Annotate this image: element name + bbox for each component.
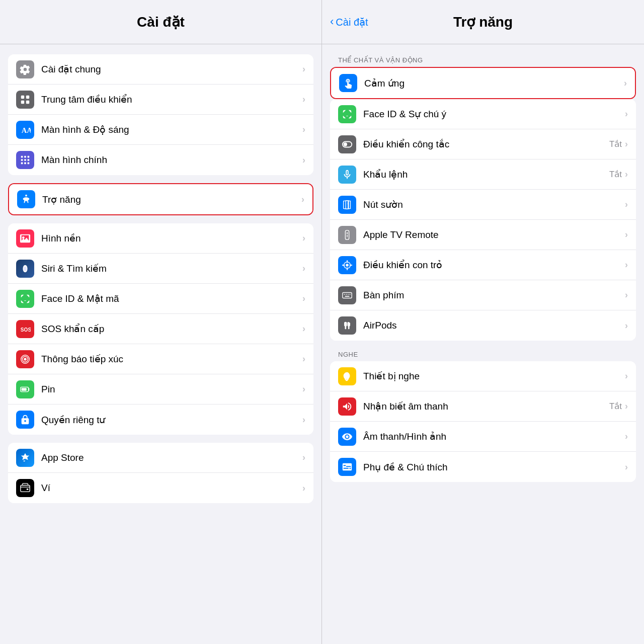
chevron-right-icon: ›: [625, 109, 628, 119]
side-button-icon: [338, 196, 356, 214]
sound-recognition-icon: [338, 397, 356, 416]
voice-control-icon: [338, 166, 356, 184]
right-item-nhan-biet-am-thanh[interactable]: Nhận biết âm thanh Tắt ›: [330, 391, 636, 422]
right-panel-header: ‹ Cài đặt Trợ năng: [322, 0, 644, 44]
label-apple-tv-remote: Apple TV Remote: [363, 229, 625, 240]
label-face-id-su-chu-y: Face ID & Sự chú ý: [363, 108, 625, 120]
wallet-icon: [16, 479, 34, 497]
label-pin: Pin: [41, 384, 302, 395]
label-thong-bao-tiep-xuc: Thông báo tiếp xúc: [41, 353, 302, 365]
right-item-airpods[interactable]: AirPods ›: [330, 310, 636, 341]
svg-point-17: [24, 266, 27, 271]
chevron-right-icon: ›: [625, 199, 628, 210]
svg-rect-12: [24, 163, 26, 165]
airpods-icon: [338, 316, 356, 335]
chevron-right-icon: ›: [625, 371, 628, 381]
right-item-nut-suon[interactable]: Nút sườn ›: [330, 190, 636, 220]
svg-rect-10: [28, 159, 30, 161]
chevron-right-icon: ›: [302, 452, 305, 463]
sidebar-item-trung-tam[interactable]: Trung tâm điều khiển ›: [8, 85, 313, 115]
sidebar-item-man-hinh-do-sang[interactable]: AA Màn hình & Độ sáng ›: [8, 115, 313, 145]
label-app-store: App Store: [41, 452, 302, 463]
keyboard-icon: [338, 286, 356, 304]
sidebar-item-app-store[interactable]: App Store ›: [8, 443, 313, 473]
chevron-right-icon: ›: [625, 169, 628, 180]
svg-rect-8: [21, 159, 23, 161]
right-item-dieu-khien-con-tro[interactable]: Điều khiển con trỏ ›: [330, 250, 636, 280]
sidebar-item-man-hinh-chinh[interactable]: Màn hình chính ›: [8, 145, 313, 175]
sidebar-item-face-id-mat-ma[interactable]: Face ID & Mật mã ›: [8, 284, 313, 314]
sidebar-item-pin[interactable]: Pin ›: [8, 374, 313, 405]
right-item-phu-de-chu-thich[interactable]: Phụ đề & Chú thích ›: [330, 452, 636, 482]
label-thiet-bi-nghe: Thiết bị nghe: [363, 370, 625, 382]
right-item-dieu-khien-cong-tac[interactable]: Điều khiển công tắc Tắt ›: [330, 129, 636, 159]
face-id-su-chu-y-icon: [338, 105, 356, 123]
svg-rect-0: [21, 95, 24, 98]
sidebar-item-hinh-nen[interactable]: Hình nền ›: [8, 223, 313, 254]
left-group-4: App Store › Ví ›: [8, 443, 313, 503]
chevron-right-icon: ›: [302, 94, 305, 105]
back-button[interactable]: ‹ Cài đặt: [330, 16, 368, 28]
left-panel-content: Cài đặt chung › Trung tâm điều khiển › A…: [0, 44, 321, 644]
right-item-am-thanh-hinh-anh[interactable]: Âm thanh/Hình ảnh ›: [330, 422, 636, 452]
left-panel-title: Cài đặt: [137, 14, 185, 30]
left-group-1: Cài đặt chung › Trung tâm điều khiển › A…: [8, 54, 313, 175]
display-icon: AA: [16, 121, 34, 139]
svg-rect-37: [343, 292, 352, 298]
right-item-ban-phim[interactable]: Bàn phím ›: [330, 280, 636, 310]
chevron-right-icon: ›: [302, 324, 305, 334]
left-group-3: Hình nền › Siri & Tìm kiếm › Face ID & M…: [8, 223, 313, 435]
label-man-hinh-do-sang: Màn hình & Độ sáng: [41, 124, 302, 135]
svg-rect-5: [21, 156, 23, 158]
chevron-right-icon: ›: [302, 354, 305, 364]
right-item-khau-lenh[interactable]: Khẩu lệnh Tắt ›: [330, 159, 636, 190]
svg-rect-13: [28, 163, 30, 165]
label-sos: SOS khẩn cấp: [41, 323, 302, 335]
control-center-icon: [16, 91, 34, 109]
section-header-the-chat: THỂ CHẤT VÀ VẬN ĐỘNG: [330, 56, 636, 64]
sidebar-item-sos[interactable]: SOS SOS khẩn cấp ›: [8, 314, 313, 344]
svg-rect-6: [24, 156, 26, 158]
apple-tv-remote-icon: [338, 226, 356, 244]
value-khau-lenh: Tắt: [609, 169, 622, 180]
chevron-right-icon: ›: [302, 293, 305, 304]
right-item-thiet-bi-nghe[interactable]: Thiết bị nghe ›: [330, 361, 636, 391]
app-store-icon: [16, 449, 34, 467]
chevron-right-icon: ›: [302, 155, 305, 166]
svg-rect-3: [26, 100, 29, 103]
sidebar-item-vi[interactable]: Ví ›: [8, 473, 313, 503]
svg-point-29: [347, 232, 348, 233]
chevron-left-icon: ‹: [330, 16, 334, 27]
chevron-right-icon: ›: [625, 229, 628, 240]
captions-icon: [338, 458, 356, 476]
label-phu-de-chu-thich: Phụ đề & Chú thích: [363, 461, 625, 473]
sidebar-item-tro-nang[interactable]: Trợ năng ›: [9, 184, 312, 214]
chevron-right-icon: ›: [625, 290, 628, 300]
cam-ung-group: Cảm ứng ›: [330, 67, 636, 99]
right-item-face-id-su-chu-y[interactable]: Face ID & Sự chú ý ›: [330, 99, 636, 129]
label-nut-suon: Nút sườn: [363, 199, 625, 210]
svg-point-19: [24, 358, 27, 361]
svg-text:AA: AA: [22, 126, 31, 134]
accessibility-icon: [17, 190, 35, 208]
svg-rect-24: [21, 486, 30, 492]
pointer-control-icon: [338, 256, 356, 274]
sidebar-item-thong-bao-tiep-xuc[interactable]: Thông báo tiếp xúc ›: [8, 344, 313, 374]
label-khau-lenh: Khẩu lệnh: [363, 169, 609, 180]
chevron-right-icon: ›: [625, 462, 628, 472]
section-nghe: NGHE Thiết bị nghe › Nhận biết âm thanh …: [330, 349, 636, 482]
right-item-apple-tv-remote[interactable]: Apple TV Remote ›: [330, 220, 636, 250]
section-the-chat: THỂ CHẤT VÀ VẬN ĐỘNG Cảm ứng › Face ID &…: [330, 54, 636, 341]
chevron-right-icon: ›: [301, 194, 304, 205]
right-item-cam-ung[interactable]: Cảm ứng ›: [331, 68, 635, 98]
face-id-mat-ma-icon: [16, 290, 34, 308]
label-dieu-khien-con-tro: Điều khiển con trỏ: [363, 259, 625, 271]
sidebar-item-quyen-rieng-tu[interactable]: Quyền riêng tư ›: [8, 405, 313, 435]
chevron-right-icon: ›: [624, 78, 627, 89]
chevron-right-icon: ›: [302, 64, 305, 74]
hearing-device-icon: [338, 367, 356, 385]
label-man-hinh-chinh: Màn hình chính: [41, 154, 302, 166]
sidebar-item-cai-dat-chung[interactable]: Cài đặt chung ›: [8, 54, 313, 85]
chevron-right-icon: ›: [302, 233, 305, 244]
sidebar-item-siri[interactable]: Siri & Tìm kiếm ›: [8, 254, 313, 284]
